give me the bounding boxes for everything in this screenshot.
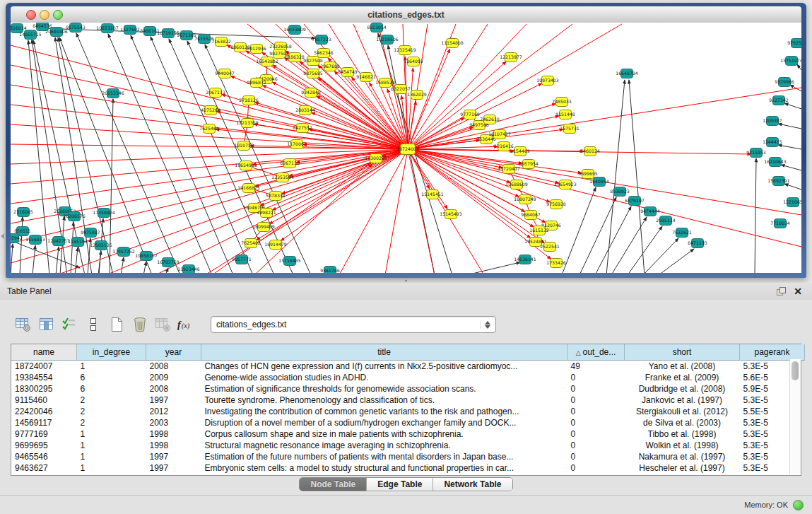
graph-node[interactable]: 1156813: [25, 235, 45, 245]
graph-node[interactable]: 7163822: [211, 37, 231, 47]
graph-node[interactable]: 16033809: [283, 25, 306, 35]
graph-node[interactable]: 9151448: [555, 110, 575, 119]
graph-node[interactable]: 10688609: [505, 180, 528, 189]
table-row[interactable]: 2242004622012Investigating the contribut…: [11, 406, 805, 417]
graph-node[interactable]: 2316065: [13, 208, 33, 217]
table-vertical-scrollbar[interactable]: [789, 359, 801, 474]
graph-node[interactable]: 20691406: [45, 28, 68, 37]
graph-node[interactable]: 7710034: [770, 219, 790, 228]
graph-node[interactable]: 2803144: [295, 106, 315, 115]
graph-node[interactable]: 1364093: [404, 57, 423, 66]
graph-node[interactable]: 19166825: [237, 184, 260, 193]
graph-node[interactable]: 15145451: [421, 190, 444, 199]
graph-node[interactable]: 9474444: [640, 207, 660, 216]
table-row[interactable]: 1938455462009Genome-wide association stu…: [11, 372, 805, 383]
graph-node[interactable]: 1575731: [560, 124, 579, 134]
graph-node[interactable]: 11923446: [177, 265, 200, 274]
graph-node[interactable]: 8957954: [519, 160, 539, 169]
graph-node[interactable]: 16099489: [252, 223, 275, 232]
graph-node[interactable]: 12213359: [236, 119, 259, 128]
graph-node[interactable]: 10653287: [96, 24, 119, 33]
tab-node-table[interactable]: Node Table: [300, 478, 366, 491]
graph-node[interactable]: 19218506: [376, 35, 399, 45]
graph-node[interactable]: 7857223: [312, 35, 331, 45]
graph-node[interactable]: 19958107: [135, 252, 158, 261]
graph-node[interactable]: 12325419: [394, 46, 416, 55]
graph-node[interactable]: 9146821: [356, 73, 376, 82]
graph-node[interactable]: 9875543: [66, 23, 86, 33]
graph-node[interactable]: 20153346: [102, 89, 124, 98]
table-row[interactable]: 1456911722003Disruption of a novel membe…: [11, 417, 805, 428]
show-columns-button[interactable]: [36, 315, 57, 334]
graph-node[interactable]: 17359924: [93, 209, 115, 218]
graph-node[interactable]: 20206576: [63, 212, 86, 221]
graph-node[interactable]: 9361746: [320, 267, 340, 274]
table-row[interactable]: 946362711997Embryonic stem cells: a mode…: [11, 462, 805, 474]
graph-node[interactable]: 16648784: [616, 69, 638, 78]
graph-node[interactable]: 9975887: [81, 228, 100, 238]
column-header-name[interactable]: name: [11, 344, 77, 361]
graph-node[interactable]: 1810755: [234, 141, 254, 151]
table-row[interactable]: 969969511998Structural magnetic resonanc…: [11, 440, 805, 451]
graph-node[interactable]: 10973403: [536, 76, 559, 86]
graph-node[interactable]: 11154808: [441, 39, 464, 48]
graph-node[interactable]: 9440047: [215, 69, 235, 78]
create-column-button[interactable]: [106, 315, 127, 334]
select-mode-button[interactable]: [59, 315, 81, 334]
zoom-window-button[interactable]: [53, 10, 63, 20]
graph-node[interactable]: 3915942: [11, 234, 23, 243]
graph-node[interactable]: 7632621: [672, 228, 692, 238]
graph-node[interactable]: 9215953: [746, 148, 766, 158]
minimize-window-button[interactable]: [40, 10, 49, 20]
graph-node[interactable]: 18807249: [514, 195, 536, 204]
close-panel-button[interactable]: ✕: [791, 285, 805, 298]
float-panel-button[interactable]: [774, 285, 788, 298]
graph-node[interactable]: 12213977: [500, 53, 522, 62]
graph-node[interactable]: 5460124: [580, 147, 600, 156]
graph-node[interactable]: 8912936: [247, 45, 266, 54]
graph-node[interactable]: 2718126: [239, 96, 259, 105]
graph-node[interactable]: 1362029: [407, 90, 427, 100]
table-row[interactable]: 911546021997Tourette syndrome. Phenomeno…: [11, 395, 805, 406]
graph-node[interactable]: 1527602: [120, 25, 140, 35]
graph-node[interactable]: 2067113: [206, 88, 225, 98]
column-header-in-degree[interactable]: in_degree: [77, 344, 146, 361]
column-header-out-de-[interactable]: △out_de...: [567, 344, 625, 361]
graph-node[interactable]: 1154469: [510, 147, 530, 156]
graph-node[interactable]: 9777169: [460, 110, 480, 119]
column-header-year[interactable]: year: [146, 344, 201, 361]
graph-node[interactable]: 2967608: [320, 62, 340, 71]
graph-node[interactable]: 1221065: [783, 198, 801, 207]
graph-node[interactable]: 4275264: [201, 106, 220, 115]
graph-node[interactable]: 2522541: [540, 243, 560, 252]
row-height-button[interactable]: [83, 315, 104, 334]
graph-node[interactable]: 1615132: [529, 226, 549, 235]
graph-node[interactable]: 8813054: [367, 23, 387, 33]
network-canvas[interactable]: 1872400723160148494536140557152069140698…: [11, 23, 801, 273]
graph-node[interactable]: 8938923: [610, 187, 630, 197]
column-header-short[interactable]: short: [625, 344, 740, 361]
graph-node[interactable]: 12042757: [47, 237, 70, 246]
graph-node[interactable]: 9242848: [301, 88, 321, 98]
function-builder-button[interactable]: f (x): [176, 315, 197, 334]
table-row[interactable]: 946554611997Estimation of the future num…: [11, 451, 805, 462]
graph-node[interactable]: 9875685: [303, 69, 323, 78]
tab-edge-table[interactable]: Edge Table: [366, 478, 433, 491]
table-selector-dropdown[interactable]: citations_edges.txt: [211, 316, 496, 333]
graph-node[interactable]: 16543812: [256, 57, 278, 66]
graph-node[interactable]: 2935114: [656, 216, 676, 226]
graph-node[interactable]: 7485033: [552, 98, 572, 107]
panel-divider[interactable]: [0, 278, 812, 283]
graph-node[interactable]: 15716485: [278, 257, 301, 266]
graph-node[interactable]: 8471193: [688, 239, 707, 248]
tab-network-table[interactable]: Network Table: [433, 478, 512, 491]
column-header-pagerank[interactable]: pagerank: [740, 344, 805, 361]
graph-node[interactable]: 1733426: [546, 259, 566, 268]
graph-node[interactable]: 9756928: [546, 200, 566, 209]
column-settings-button[interactable]: [13, 315, 34, 334]
graph-node[interactable]: 18300295: [365, 154, 387, 163]
delete-column-button[interactable]: [129, 315, 151, 334]
graph-node[interactable]: 9792518: [787, 39, 801, 48]
graph-node[interactable]: 1145193: [68, 238, 88, 247]
window-titlebar[interactable]: citations_edges.txt: [11, 6, 801, 23]
